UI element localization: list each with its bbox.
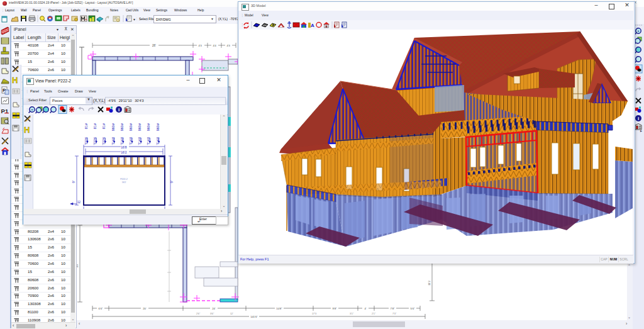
svg-text:5'6": 5'6"	[411, 307, 415, 310]
svg-text:960#: 960#	[129, 123, 133, 131]
svg-text:3'6": 3'6"	[210, 313, 214, 315]
svg-text:24': 24'	[212, 307, 216, 310]
svg-text:12': 12'	[230, 313, 233, 315]
svg-text:A: A	[311, 23, 314, 28]
svg-text:20': 20'	[143, 307, 147, 310]
svg-text:11'2: 11'2	[428, 281, 431, 286]
svg-text:7'8": 7'8"	[391, 307, 395, 310]
svg-text:81#: 81#	[84, 123, 88, 129]
svg-text:9': 9'	[72, 181, 75, 183]
svg-text:4'3: 4'3	[198, 44, 202, 47]
svg-text:H: H	[12, 75, 18, 85]
svg-text:+: +	[31, 108, 33, 111]
svg-text:960#: 960#	[120, 123, 124, 131]
svg-text:4'4: 4'4	[213, 44, 216, 47]
svg-text:16'8: 16'8	[121, 145, 127, 149]
svg-text:16'2: 16'2	[122, 181, 126, 184]
svg-text:4': 4'	[364, 307, 366, 310]
svg-text:4'3: 4'3	[226, 44, 230, 47]
svg-text:960#: 960#	[147, 123, 150, 131]
svg-text:16'2: 16'2	[121, 150, 127, 154]
svg-text:3'1": 3'1"	[350, 313, 354, 315]
svg-text:9'8": 9'8"	[333, 307, 337, 310]
svg-text:960#: 960#	[138, 123, 142, 131]
svg-text:+: +	[637, 29, 640, 33]
svg-text:141'6": 141'6"	[250, 315, 258, 318]
svg-text:26': 26'	[152, 44, 156, 47]
svg-text:10'8": 10'8"	[276, 307, 282, 310]
svg-text:2'1": 2'1"	[372, 313, 376, 315]
svg-text:960#: 960#	[156, 123, 160, 131]
svg-text:P222-2: P222-2	[120, 178, 128, 181]
svg-text:▸: ▸	[640, 129, 642, 133]
svg-text:H: H	[24, 125, 30, 135]
svg-text:i: i	[118, 107, 119, 113]
svg-text:6'6": 6'6"	[99, 307, 103, 310]
svg-text:960#: 960#	[111, 123, 115, 131]
svg-text:17'3: 17'3	[312, 313, 316, 315]
svg-text:7'3": 7'3"	[392, 313, 397, 315]
svg-text:81#: 81#	[102, 123, 106, 129]
svg-text:i: i	[638, 116, 639, 121]
svg-text:2'6": 2'6"	[196, 313, 201, 315]
svg-text:9': 9'	[170, 181, 174, 183]
svg-text:12: 12	[77, 201, 81, 204]
svg-text:81#: 81#	[93, 123, 97, 129]
